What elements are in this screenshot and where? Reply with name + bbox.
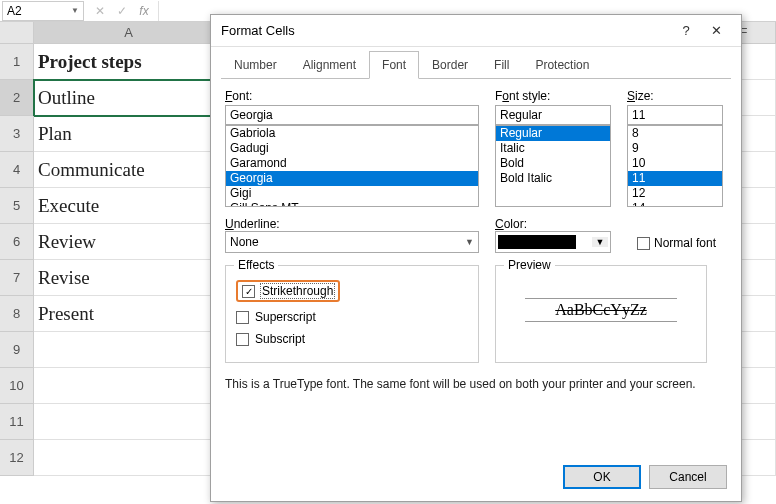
list-option[interactable]: Gill Sans MT [226,201,478,207]
tab-fill[interactable]: Fill [481,51,522,79]
color-swatch [498,235,576,249]
cell[interactable]: Outline [34,80,224,116]
row-header[interactable]: 12 [0,440,34,476]
tab-border[interactable]: Border [419,51,481,79]
chevron-down-icon[interactable]: ▼ [71,6,79,15]
cell[interactable]: Project steps [34,44,224,80]
cell[interactable] [34,440,224,476]
row-header[interactable]: 8 [0,296,34,332]
name-box[interactable]: A2 ▼ [2,1,84,21]
row-header[interactable]: 6 [0,224,34,260]
font-style-listbox[interactable]: RegularItalicBoldBold Italic [495,125,611,207]
list-option[interactable]: Gabriola [226,126,478,141]
list-option[interactable]: Georgia [226,171,478,186]
font-input[interactable] [225,105,479,125]
color-select[interactable]: ▼ [495,231,611,253]
color-label: Color: [495,217,527,231]
cell[interactable]: Review [34,224,224,260]
normal-font-label: Normal font [654,236,716,250]
cell[interactable]: Plan [34,116,224,152]
list-option[interactable]: 14 [628,201,722,207]
list-option[interactable]: Bold [496,156,610,171]
strikethrough-highlight: ✓ Strikethrough [236,280,340,302]
font-label: Font: [225,89,479,103]
superscript-checkbox[interactable] [236,311,249,324]
column-header-A[interactable]: A [34,22,224,44]
preview-box: AaBbCcYyZz [506,280,696,340]
underline-label: Underline: [225,217,280,231]
font-style-label: Font style: [495,89,611,103]
list-option[interactable]: Italic [496,141,610,156]
ok-button[interactable]: OK [563,465,641,489]
list-option[interactable]: Gigi [226,186,478,201]
row-header[interactable]: 1 [0,44,34,80]
list-option[interactable]: 11 [628,171,722,186]
size-label: Size: [627,89,723,103]
cell[interactable]: Present [34,296,224,332]
superscript-label: Superscript [255,310,316,324]
row-header[interactable]: 3 [0,116,34,152]
confirm-icon[interactable]: ✓ [114,4,130,18]
tab-font[interactable]: Font [369,51,419,79]
preview-legend: Preview [504,258,555,272]
format-cells-dialog: Format Cells ? ✕ NumberAlignmentFontBord… [210,14,742,502]
select-all-cell[interactable] [0,22,34,44]
list-option[interactable]: Garamond [226,156,478,171]
tab-number[interactable]: Number [221,51,290,79]
row-header[interactable]: 10 [0,368,34,404]
fx-icon[interactable]: fx [136,4,152,18]
preview-group: Preview AaBbCcYyZz [495,265,707,363]
list-option[interactable]: Gadugi [226,141,478,156]
strikethrough-label: Strikethrough [261,284,334,298]
cell[interactable]: Communicate [34,152,224,188]
cancel-button[interactable]: Cancel [649,465,727,489]
dialog-buttons: OK Cancel [563,465,727,489]
font-style-input[interactable] [495,105,611,125]
cell[interactable]: Revise [34,260,224,296]
dialog-titlebar[interactable]: Format Cells ? ✕ [211,15,741,47]
row-header[interactable]: 5 [0,188,34,224]
chevron-down-icon: ▼ [592,237,608,247]
tab-alignment[interactable]: Alignment [290,51,369,79]
list-option[interactable]: Bold Italic [496,171,610,186]
help-icon[interactable]: ? [671,23,701,38]
name-box-value: A2 [7,4,22,18]
row-header[interactable]: 11 [0,404,34,440]
size-listbox[interactable]: 8910111214 [627,125,723,207]
effects-group: Effects ✓ Strikethrough Superscript Subs… [225,265,479,363]
cell[interactable] [34,368,224,404]
preview-sample: AaBbCcYyZz [525,298,677,322]
cancel-icon[interactable]: ✕ [92,4,108,18]
row-header[interactable]: 9 [0,332,34,368]
dialog-content: Font: GabriolaGadugiGaramondGeorgiaGigiG… [211,79,741,401]
size-input[interactable] [627,105,723,125]
effects-legend: Effects [234,258,278,272]
list-option[interactable]: 10 [628,156,722,171]
row-header[interactable]: 2 [0,80,34,116]
list-option[interactable]: 8 [628,126,722,141]
underline-select[interactable]: None ▼ [225,231,479,253]
list-option[interactable]: 9 [628,141,722,156]
strikethrough-checkbox[interactable]: ✓ [242,285,255,298]
row-header[interactable]: 7 [0,260,34,296]
cell[interactable] [34,404,224,440]
tab-protection[interactable]: Protection [522,51,602,79]
close-icon[interactable]: ✕ [701,23,731,38]
row-header[interactable]: 4 [0,152,34,188]
subscript-checkbox[interactable] [236,333,249,346]
chevron-down-icon: ▼ [465,237,474,247]
font-description: This is a TrueType font. The same font w… [225,377,727,391]
cell[interactable] [34,332,224,368]
formula-bar-icons: ✕ ✓ fx [92,4,152,18]
font-listbox[interactable]: GabriolaGadugiGaramondGeorgiaGigiGill Sa… [225,125,479,207]
dialog-tabs: NumberAlignmentFontBorderFillProtection [211,47,741,79]
normal-font-checkbox[interactable] [637,237,650,250]
subscript-label: Subscript [255,332,305,346]
underline-value: None [230,235,259,249]
dialog-title: Format Cells [221,23,671,38]
list-option[interactable]: Regular [496,126,610,141]
list-option[interactable]: 12 [628,186,722,201]
cell[interactable]: Execute [34,188,224,224]
